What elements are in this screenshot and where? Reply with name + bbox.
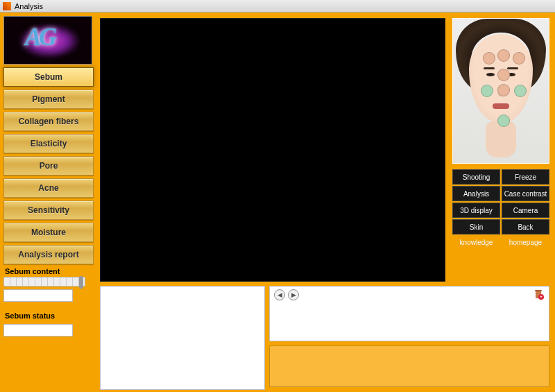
case-contrast-button[interactable]: Case contrast [502, 186, 549, 201]
analysis-button[interactable]: Analysis [452, 186, 500, 201]
3d-display-button[interactable]: 3D display [452, 203, 500, 218]
next-arrow-icon[interactable]: ▶ [288, 289, 299, 300]
shooting-button[interactable]: Shooting [452, 169, 500, 185]
sidebar: AG Sebum Pigment Collagen fibers Elastic… [3, 16, 94, 336]
result-panel-left [100, 286, 265, 390]
sebum-status-label: Sebum status [3, 309, 94, 321]
sebum-content-label: Sebum content [3, 264, 94, 277]
app-icon [3, 2, 11, 10]
sebum-status-value [3, 324, 73, 336]
camera-main-view [100, 18, 445, 282]
face-lips [493, 103, 509, 109]
sebum-content-value [3, 289, 73, 302]
face-reference-panel [452, 18, 549, 164]
right-button-grid: Shooting Freeze Analysis Case contrast 3… [452, 169, 549, 235]
slider-thumb-icon[interactable] [79, 276, 83, 289]
face-point[interactable] [497, 69, 510, 81]
face-point[interactable] [483, 52, 495, 65]
face-brow [484, 67, 495, 69]
prev-arrow-icon[interactable]: ◀ [274, 289, 285, 300]
face-point[interactable] [497, 49, 510, 62]
title-bar: Analysis [0, 0, 555, 12]
freeze-button[interactable]: Freeze [502, 169, 549, 185]
tab-collagen-fibers[interactable]: Collagen fibers [3, 112, 94, 131]
tab-acne[interactable]: Acne [3, 178, 94, 198]
delete-svg-icon [532, 289, 545, 301]
face-brow [507, 67, 518, 69]
nav-arrows: ◀ ▶ [274, 289, 299, 300]
tab-column: Sebum Pigment Collagen fibers Elasticity… [3, 67, 94, 264]
logo-text: AG [25, 22, 54, 51]
camera-options-button[interactable]: Camera options [502, 203, 549, 218]
back-homepage-button[interactable]: Back homepage [502, 219, 549, 235]
result-panel-lower [269, 346, 549, 387]
window-title: Analysis [15, 1, 43, 12]
tab-pigment[interactable]: Pigment [3, 90, 94, 109]
svg-rect-1 [535, 290, 542, 291]
tab-sensitivity[interactable]: Sensitivity [3, 201, 94, 220]
face-neck [486, 121, 516, 157]
tab-elasticity[interactable]: Elasticity [3, 134, 94, 153]
face-illustration [453, 19, 549, 163]
face-point[interactable] [513, 52, 525, 65]
delete-icon[interactable] [532, 289, 545, 301]
face-point[interactable] [497, 114, 510, 127]
result-panel-upper: ◀ ▶ [269, 286, 549, 341]
tab-pore[interactable]: Pore [3, 156, 94, 176]
tab-sebum[interactable]: Sebum [3, 67, 94, 87]
face-point[interactable] [497, 84, 510, 96]
face-point[interactable] [514, 85, 527, 97]
app-frame: AG Sebum Pigment Collagen fibers Elastic… [0, 12, 555, 392]
tab-analysis-report[interactable]: Analysis report [3, 245, 94, 264]
sebum-content-slider[interactable] [3, 277, 85, 287]
logo-panel: AG [3, 16, 92, 65]
face-eye [486, 73, 495, 76]
tab-moisture[interactable]: Moisture [3, 223, 94, 242]
face-point[interactable] [481, 85, 493, 97]
skin-knowledge-button[interactable]: Skin knowledge [452, 219, 500, 235]
